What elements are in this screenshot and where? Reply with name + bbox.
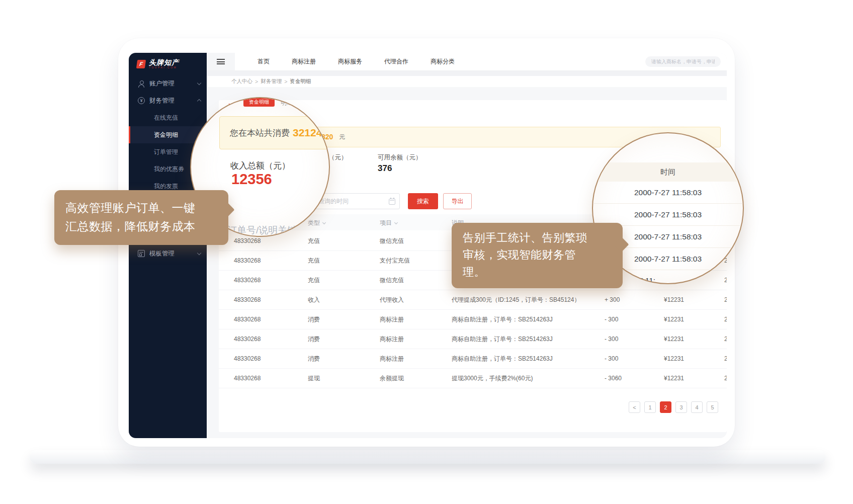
template-icon [138,250,145,257]
cell-desc: 商标自助注册，订单号：SB2514263J [452,315,599,324]
cell-project: 支付宝充值 [380,257,452,265]
sidebar-item-账户管理[interactable]: 账户管理 [129,75,207,92]
cell-project: 微信充值 [380,237,452,245]
breadcrumb-item[interactable]: 资金明细 [290,78,311,85]
logo: F 头牌知产 TOUPAI.COM [129,53,207,75]
sidebar-subitem-label: 在线充值 [154,114,201,122]
sidebar-item-label: 模板管理 [149,249,198,258]
available-balance-label: 可用余额（元） [378,153,422,162]
stat-mid-label-fragment: （元） [328,153,348,162]
callout-right-line1: 告别手工统计、告别繁琐 [463,229,612,246]
cell-type: 消费 [308,315,380,324]
sidebar-subitem-在线充值[interactable]: 在线充值 [129,109,207,126]
chevron-down-icon [197,81,201,85]
nav-item-3[interactable]: 商标服务 [338,57,362,66]
sidebar-subitem-label: 资金明细 [154,131,201,139]
nav-item-1[interactable]: 首页 [258,57,270,66]
table-row: 48330268提现余额提现提现3000元，手续费2%(60元)- 3060¥1… [219,369,727,388]
cell-type: 收入 [308,296,380,304]
cell-type: 充值 [308,257,380,265]
topbar-divider [207,71,727,76]
logo-tagline: TOUPAI.COM [149,66,179,69]
topbar: 首页商标注册商标服务代理合作商标分类 [207,53,727,71]
table-row: 48330268消费商标注册商标自助注册，订单号：SB2514263J- 300… [219,349,727,369]
top-nav: 首页商标注册商标服务代理合作商标分类 [258,57,477,66]
cell-project: 商标注册 [380,355,452,363]
cell-amount: - 300 [599,316,659,323]
magnified-time-row: 2000-7-27 11:58:03 [593,182,743,204]
breadcrumb-item[interactable]: 财务管理 [261,78,282,85]
cell-order: 48330268 [234,257,308,264]
hamburger-icon [217,59,225,64]
cell-balance: ¥12231 [659,335,724,343]
cell-balance: ¥12231 [659,316,724,323]
cell-time: 2000-7-27 11:58:03 [724,375,727,382]
cell-amount: - 300 [599,355,659,362]
cell-balance: ¥12231 [659,375,724,382]
cell-order: 48330268 [234,237,308,244]
pagination-page-5[interactable]: 5 [707,401,718,413]
magnified-active-tab: 资金明细 [243,97,275,107]
cell-project: 商标注册 [380,315,452,324]
cell-time: 2000-7-27 11:58:03 [724,296,727,303]
cell-time: 2000-7-27 11:58:03 [724,355,727,362]
laptop-base [30,450,826,464]
cell-amount: - 300 [599,335,659,343]
pagination-page-4[interactable]: 4 [691,401,703,413]
sort-caret-icon [394,220,398,224]
available-balance-value: 376 [378,163,392,174]
table-row: 48330268消费商标注册商标自助注册，订单号：SB2514263J- 300… [219,310,727,329]
search-button[interactable]: 搜索 [408,193,438,209]
callout-right: 告别手工统计、告别繁琐 审核，实现智能财务管 理。 [452,223,623,288]
trademark-search-input[interactable] [645,56,721,67]
pagination-page-3[interactable]: 3 [675,401,687,413]
pagination-prev-button[interactable]: < [629,401,640,413]
cell-balance: ¥12231 [659,355,724,362]
callout-left: 高效管理账户订单、一键 汇总数据，降低财务成本 [54,190,228,245]
cell-time: 2000-7-27 11:58:03 [724,316,727,323]
chevron-up-icon [197,99,201,103]
cell-order: 48330268 [234,335,308,343]
header-project[interactable]: 项目 [380,219,452,227]
cell-desc: 代理提成300元（ID:1245，订单号：SB45124） [452,296,599,304]
pagination-page-2[interactable]: 2 [660,401,671,413]
pagination: <12345 [629,401,718,413]
logo-name: 头牌知产 [149,59,179,66]
cell-balance: ¥12231 [659,296,724,303]
sidebar-item-财务管理[interactable]: 财务管理 [129,92,207,109]
cell-order: 48330268 [234,375,308,382]
breadcrumb: 个人中心>财务管理>资金明细 [207,76,727,87]
magnified-banner-amount: 32124 [293,127,322,139]
breadcrumb-item[interactable]: 个人中心 [231,78,252,85]
cell-amount: - 3060 [599,375,659,382]
callout-left-line2: 汇总数据，降低财务成本 [65,217,217,236]
cell-project: 微信充值 [380,276,452,285]
finance-icon [138,97,145,104]
sidebar: F 头牌知产 TOUPAI.COM 账户管理财务管理在线充值资金明细订单管理我的… [129,53,207,438]
sidebar-item-label: 财务管理 [149,97,198,105]
header-type[interactable]: 类型 [308,219,380,227]
breadcrumb-separator: > [284,78,287,85]
cell-project: 余额提现 [380,374,452,383]
nav-item-2[interactable]: 商标注册 [292,57,316,66]
nav-item-5[interactable]: 商标分类 [431,57,455,66]
sidebar-item-模板管理[interactable]: 模板管理 [129,245,207,262]
pagination-page-1[interactable]: 1 [644,401,656,413]
cell-desc: 商标自助注册，订单号：SB2514263J [452,335,599,344]
page: F 头牌知产 TOUPAI.COM 账户管理财务管理在线充值资金明细订单管理我的… [0,0,853,504]
callout-left-line1: 高效管理账户订单、一键 [65,199,217,217]
cell-type: 充值 [308,237,380,245]
table-row: 48330268消费商标注册商标自助注册，订单号：SB2514263J- 300… [219,329,727,349]
export-button[interactable]: 导出 [443,193,472,209]
cell-desc: 提现3000元，手续费2%(60元) [452,374,599,383]
callout-right-line2: 审核，实现智能财务管 [463,246,612,264]
cell-type: 消费 [308,335,380,344]
nav-item-4[interactable]: 代理合作 [384,57,408,66]
magnified-banner-prefix: 您在本站共消费 [230,127,290,139]
cell-desc: 商标自助注册，订单号：SB2514263J [452,355,599,363]
cell-type: 消费 [308,355,380,363]
breadcrumb-separator: > [255,78,258,85]
callout-right-line3: 理。 [463,264,612,281]
sort-caret-icon [322,220,326,224]
menu-toggle-button[interactable] [207,53,235,70]
